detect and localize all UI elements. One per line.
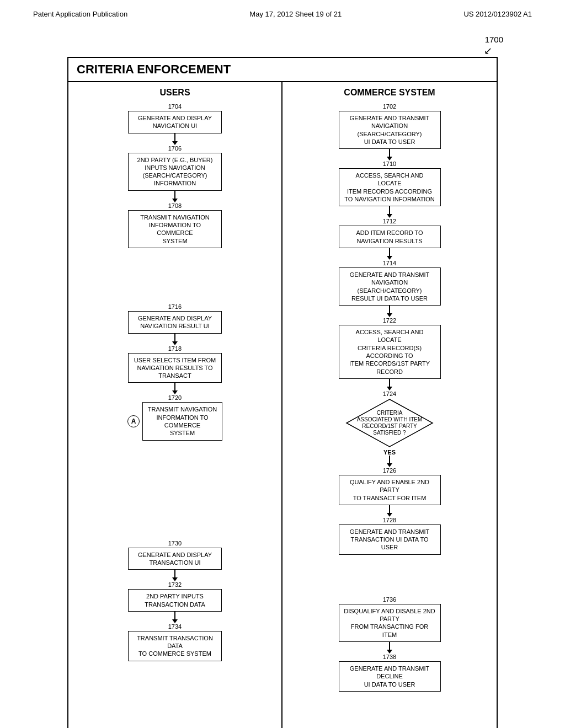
box-1724: CRITERIA ASSOCIATED WITH ITEM RECORD/1ST… <box>345 398 434 448</box>
diagram-container: 1700 ↙ CRITERIA ENFORCEMENT USERS 1704 <box>67 35 498 728</box>
label-1720: 1720 <box>168 394 182 401</box>
box-1718: USER SELECTS ITEM FROM NAVIGATION RESULT… <box>128 353 222 383</box>
label-1728: 1728 <box>383 517 396 523</box>
label-1722: 1722 <box>383 317 396 324</box>
label-1706: 1706 <box>168 145 182 152</box>
box-1706: 2ND PARTY (E.G., BUYER) INPUTS NAVIGATIO… <box>128 153 222 191</box>
label-1736: 1736 <box>383 596 396 603</box>
circle-a: A <box>127 415 140 427</box>
header-left: Patent Application Publication <box>33 10 127 18</box>
users-flow: 1704 GENERATE AND DISPLAY NAVIGATION UI … <box>77 103 273 728</box>
yes-label: YES <box>383 449 396 456</box>
box-1720: TRANSMIT NAVIGATION INFORMATION TO COMME… <box>142 402 222 440</box>
box-1708: TRANSMIT NAVIGATION INFORMATION TO COMME… <box>128 210 222 248</box>
label-1712: 1712 <box>383 218 396 224</box>
col-commerce: COMMERCE SYSTEM 1702 GENERATE AND TRANSM… <box>282 82 497 728</box>
box-1732: 2ND PARTY INPUTS TRANSACTION DATA <box>128 589 222 612</box>
diagram-number: 1700 <box>485 35 503 44</box>
header-right: US 2012/0123902 A1 <box>463 10 532 18</box>
box-1716: GENERATE AND DISPLAY NAVIGATION RESULT U… <box>128 311 222 334</box>
box-1736: DISQUALIFY AND DISABLE 2ND PARTY FROM TR… <box>339 604 441 642</box>
label-1730: 1730 <box>168 540 182 547</box>
label-1738: 1738 <box>383 654 396 660</box>
label-1726: 1726 <box>383 467 396 474</box>
box-1726: QUALIFY AND ENABLE 2ND PARTY TO TRANSACT… <box>339 475 441 505</box>
col-commerce-header: COMMERCE SYSTEM <box>291 88 488 98</box>
label-1718: 1718 <box>168 345 182 352</box>
commerce-flow: 1702 GENERATE AND TRANSMIT NAVIGATION (S… <box>291 103 488 700</box>
label-1710: 1710 <box>383 160 396 167</box>
label-1734: 1734 <box>168 623 182 630</box>
box-1710: ACCESS, SEARCH AND LOCATE ITEM RECORDS A… <box>339 168 441 206</box>
label-1724: 1724 <box>383 390 396 397</box>
label-1708: 1708 <box>168 202 182 209</box>
columns: USERS 1704 GENERATE AND DISPLAY NAVIGATI… <box>68 82 497 728</box>
box-1702: GENERATE AND TRANSMIT NAVIGATION (SEARCH… <box>339 111 441 149</box>
box-1730: GENERATE AND DISPLAY TRANSACTION UI <box>128 548 222 570</box>
box-1704: GENERATE AND DISPLAY NAVIGATION UI <box>128 111 222 133</box>
box-1734: TRANSMIT TRANSACTION DATA TO COMMERCE SY… <box>128 631 222 661</box>
box-1714: GENERATE AND TRANSMIT NAVIGATION (SEARCH… <box>339 267 441 306</box>
col-users: USERS 1704 GENERATE AND DISPLAY NAVIGATI… <box>68 82 282 728</box>
page-header: Patent Application Publication May 17, 2… <box>0 0 565 24</box>
columns-wrapper: USERS 1704 GENERATE AND DISPLAY NAVIGATI… <box>68 82 497 728</box>
box-1738: GENERATE AND TRANSMIT DECLINE UI DATA TO… <box>339 661 441 692</box>
outer-title: CRITERIA ENFORCEMENT <box>68 58 497 82</box>
label-1732: 1732 <box>168 581 182 588</box>
diagram-arrow: ↙ <box>484 45 492 57</box>
label-1716: 1716 <box>168 303 182 310</box>
row-1720: A TRANSMIT NAVIGATION INFORMATION TO COM… <box>127 402 222 440</box>
box-1722: ACCESS, SEARCH AND LOCATE CRITERIA RECOR… <box>339 325 441 379</box>
header-middle: May 17, 2012 Sheet 19 of 21 <box>249 10 342 18</box>
outer-box: CRITERIA ENFORCEMENT USERS 1704 GENERA <box>67 57 498 728</box>
label-1702: 1702 <box>383 103 396 110</box>
col-users-header: USERS <box>77 88 273 98</box>
box-1712: ADD ITEM RECORD TO NAVIGATION RESULTS <box>339 226 441 248</box>
label-1714: 1714 <box>383 260 396 266</box>
diamond-text-1724: CRITERIA ASSOCIATED WITH ITEM RECORD/1ST… <box>356 410 423 436</box>
label-1704: 1704 <box>168 103 182 110</box>
box-1728: GENERATE AND TRANSMIT TRANSACTION UI DAT… <box>339 524 441 555</box>
